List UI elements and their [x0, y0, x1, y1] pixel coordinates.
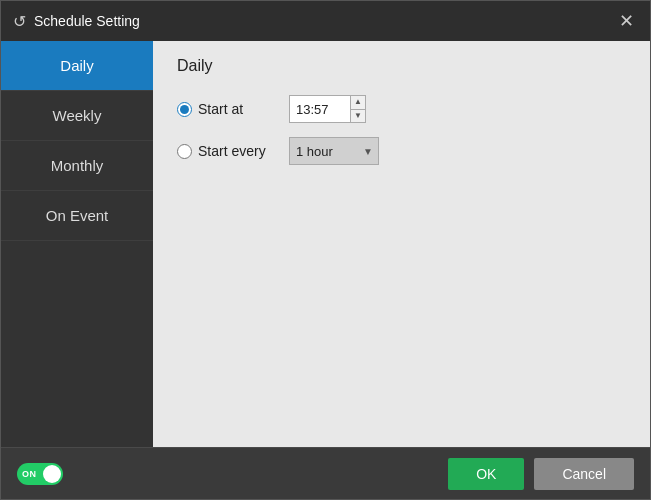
- sidebar: Daily Weekly Monthly On Event: [1, 41, 153, 447]
- start-at-radio[interactable]: [177, 102, 192, 117]
- time-up-button[interactable]: ▲: [351, 96, 365, 110]
- main-panel: Daily Start at ▲ ▼: [153, 41, 650, 447]
- on-off-toggle[interactable]: ON: [17, 463, 63, 485]
- panel-title: Daily: [177, 57, 626, 75]
- sidebar-weekly-label: Weekly: [53, 107, 102, 124]
- dropdown-arrow-icon: ▼: [358, 146, 378, 157]
- sidebar-item-weekly[interactable]: Weekly: [1, 91, 153, 141]
- sidebar-item-on-event[interactable]: On Event: [1, 191, 153, 241]
- close-button[interactable]: ✕: [615, 10, 638, 32]
- toggle-container[interactable]: ON: [17, 463, 63, 485]
- time-input[interactable]: [290, 96, 350, 122]
- cancel-button[interactable]: Cancel: [534, 458, 634, 490]
- sidebar-daily-label: Daily: [60, 57, 93, 74]
- footer: ON OK Cancel: [1, 447, 650, 499]
- schedule-icon: ↺: [13, 12, 26, 31]
- start-at-label-text: Start at: [198, 101, 243, 117]
- start-every-radio[interactable]: [177, 144, 192, 159]
- sidebar-item-monthly[interactable]: Monthly: [1, 141, 153, 191]
- title-bar-left: ↺ Schedule Setting: [13, 12, 140, 31]
- start-at-radio-label[interactable]: Start at: [177, 101, 277, 117]
- time-input-wrapper: ▲ ▼: [289, 95, 366, 123]
- start-every-dropdown-wrapper: 1 hour 2 hours 4 hours 6 hours 12 hours …: [289, 137, 379, 165]
- spinner-buttons: ▲ ▼: [350, 96, 365, 122]
- dialog-title: Schedule Setting: [34, 13, 140, 29]
- start-every-label-text: Start every: [198, 143, 266, 159]
- start-every-row: Start every 1 hour 2 hours 4 hours 6 hou…: [177, 137, 626, 165]
- footer-buttons: OK Cancel: [448, 458, 634, 490]
- sidebar-on-event-label: On Event: [46, 207, 109, 224]
- sidebar-monthly-label: Monthly: [51, 157, 104, 174]
- dialog: ↺ Schedule Setting ✕ Daily Weekly Monthl…: [0, 0, 651, 500]
- start-every-select[interactable]: 1 hour 2 hours 4 hours 6 hours 12 hours: [290, 138, 358, 164]
- time-down-button[interactable]: ▼: [351, 110, 365, 123]
- ok-button[interactable]: OK: [448, 458, 524, 490]
- content-area: Daily Weekly Monthly On Event Daily Star…: [1, 41, 650, 447]
- start-at-row: Start at ▲ ▼: [177, 95, 626, 123]
- sidebar-item-daily[interactable]: Daily: [1, 41, 153, 91]
- toggle-on-text: ON: [22, 469, 37, 479]
- start-every-radio-label[interactable]: Start every: [177, 143, 277, 159]
- title-bar: ↺ Schedule Setting ✕: [1, 1, 650, 41]
- toggle-knob: [43, 465, 61, 483]
